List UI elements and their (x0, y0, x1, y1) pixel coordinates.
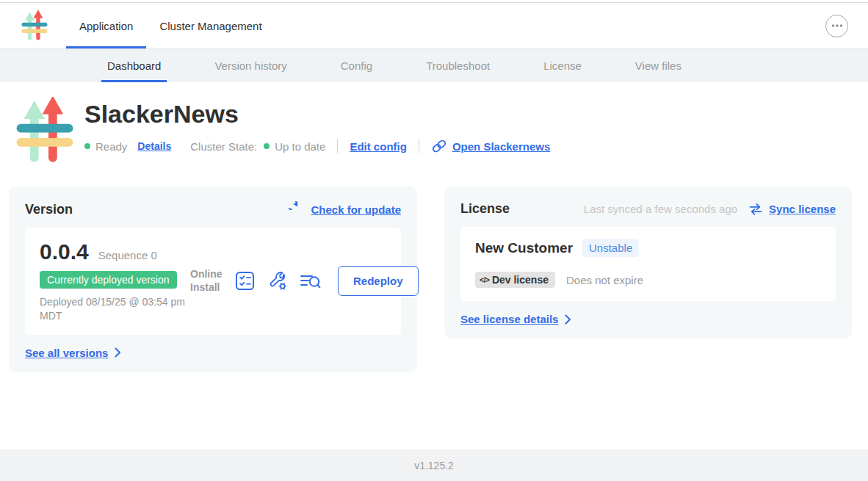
version-actions: Online Install (190, 266, 420, 296)
see-all-versions-link[interactable]: See all versions (25, 347, 401, 359)
sync-license-label: Sync license (769, 203, 836, 215)
sync-license-link[interactable]: Sync license (748, 203, 836, 216)
see-license-details-link[interactable]: See license details (460, 313, 836, 325)
view-logs-button[interactable] (300, 272, 321, 291)
deployed-timestamp: Deployed 08/15/25 @ 03:54 pm MDT (40, 295, 190, 323)
details-link[interactable]: Details (137, 140, 171, 152)
app-status-dot (84, 143, 90, 149)
tab-cluster-management[interactable]: Cluster Management (146, 3, 275, 48)
license-card-title: License (460, 201, 510, 217)
version-info: 0.0.4 Sequence 0 Currently deployed vers… (40, 239, 190, 323)
exchange-arrows-icon (748, 203, 763, 216)
subtab-license[interactable]: License (538, 49, 587, 82)
install-type-label: Online Install (190, 268, 223, 294)
subtab-config[interactable]: Config (335, 49, 378, 82)
license-expiry: Does not expire (566, 274, 643, 286)
page-title: SlackerNews (84, 100, 550, 129)
subtab-troubleshoot[interactable]: Troubleshoot (420, 49, 496, 82)
open-app-link[interactable]: Open Slackernews (431, 139, 550, 153)
app-sub-nav: Dashboard Version history Config Trouble… (0, 49, 868, 82)
see-all-versions-label: See all versions (25, 347, 108, 359)
tab-cluster-management-label: Cluster Management (159, 20, 261, 32)
last-synced-label: Last synced a few seconds ago (584, 203, 737, 215)
subtab-dashboard-label: Dashboard (107, 59, 161, 72)
subtab-version-history-label: Version history (214, 59, 286, 72)
app-status-row: Ready Details Cluster State: Up to date … (84, 139, 550, 153)
license-card: License Last synced a few seconds ago Sy… (444, 187, 852, 339)
console-version: v1.125.2 (414, 460, 454, 471)
cluster-state-label: Cluster State: (190, 140, 257, 153)
chevron-right-icon (565, 314, 571, 325)
subtab-license-label: License (543, 59, 582, 72)
check-for-update-label: Check for update (311, 203, 401, 216)
subtab-dashboard[interactable]: Dashboard (101, 49, 167, 82)
more-menu-button[interactable] (825, 15, 848, 37)
cluster-state-value: Up to date (275, 140, 325, 153)
subtab-config-label: Config (341, 59, 372, 72)
open-app-link-label: Open Slackernews (452, 140, 550, 153)
edit-config-link[interactable]: Edit config (350, 140, 407, 153)
deployed-badge: Currently deployed version (40, 271, 177, 289)
dashboard-cards: Version Check for update 0.0.4 Sequence … (9, 187, 861, 372)
subtab-version-history[interactable]: Version history (209, 49, 292, 82)
app-header: SlackerNews Ready Details Cluster State:… (12, 97, 868, 164)
redeploy-button[interactable]: Redeploy (338, 266, 419, 296)
ellipsis-icon (831, 23, 844, 28)
chevron-right-icon (115, 347, 121, 358)
chain-link-icon (431, 139, 447, 153)
version-card-title: Version (25, 202, 73, 217)
wrench-gear-icon (267, 271, 287, 291)
footer-bar: v1.125.2 (0, 449, 868, 481)
preflight-checks-button[interactable] (235, 271, 255, 291)
license-type-badge: </> Dev license (475, 272, 555, 288)
sequence-label: Sequence 0 (98, 249, 157, 261)
app-icon (12, 97, 77, 164)
license-type-label: Dev license (492, 274, 549, 286)
divider (419, 139, 419, 153)
see-license-details-label: See license details (460, 313, 558, 325)
tab-application-label: Application (79, 20, 133, 32)
version-number: 0.0.4 (40, 239, 89, 264)
channel-badge: Unstable (582, 239, 639, 257)
check-for-update-link[interactable]: Check for update (289, 201, 401, 217)
checklist-icon (235, 271, 255, 291)
subtab-view-files[interactable]: View files (629, 49, 687, 82)
refresh-icon (289, 201, 305, 217)
current-version-panel: 0.0.4 Sequence 0 Currently deployed vers… (25, 228, 401, 335)
code-icon: </> (480, 275, 489, 284)
license-info-panel: New Customer Unstable </> Dev license Do… (460, 227, 836, 301)
app-logo-icon[interactable] (21, 10, 48, 42)
tab-application[interactable]: Application (66, 3, 146, 48)
config-tools-button[interactable] (267, 271, 287, 291)
subtab-troubleshoot-label: Troubleshoot (426, 59, 490, 72)
subtab-view-files-label: View files (635, 59, 681, 72)
version-card: Version Check for update 0.0.4 Sequence … (9, 187, 417, 372)
customer-name: New Customer (475, 240, 573, 256)
log-search-icon (300, 272, 321, 291)
divider (337, 139, 338, 153)
app-status-label: Ready (95, 140, 127, 153)
top-nav-bar: Application Cluster Management (0, 3, 868, 49)
cluster-state-dot (264, 143, 270, 149)
